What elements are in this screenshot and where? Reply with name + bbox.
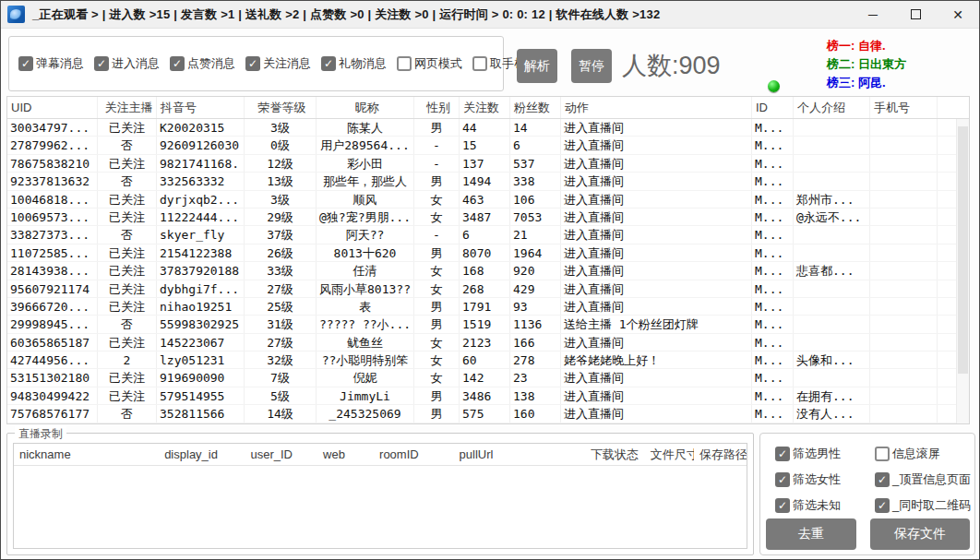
table-row[interactable]: 29998945...否5599830292531级????? ??小...男1… — [7, 316, 956, 333]
msg-checkbox-2[interactable]: ✓点赞消息 — [170, 55, 235, 72]
filter-checkbox-left-2[interactable]: ✓筛选未知 — [775, 496, 841, 515]
table-row[interactable]: 53151302180已关注9196900907级倪妮女14223进入直播间M.… — [7, 369, 956, 387]
filter-panel: ✓筛选男性✓筛选女性✓筛选未知 信息滚屏✓_顶置信息页面✓_同时取二维码 去重 … — [759, 433, 975, 555]
column-header-2[interactable]: 抖音号 — [157, 97, 245, 118]
unchecked-checkbox-icon — [875, 447, 890, 461]
msg-checkbox-0[interactable]: ✓弹幕消息 — [18, 55, 84, 72]
unchecked-checkbox-icon — [472, 56, 487, 71]
filter-checkbox-right-2[interactable]: ✓_同时取二维码 — [875, 496, 971, 515]
viewer-table-header: UID关注主播抖音号荣誉等级昵称性别关注数粉丝数动作ID个人介绍手机号 — [7, 97, 969, 119]
rank-item-2: 榜二: 日出東方 — [827, 55, 906, 74]
column-header-7[interactable]: 粉丝数 — [510, 97, 561, 118]
column-header-6[interactable]: 关注数 — [460, 97, 510, 118]
column-header-3[interactable]: 荣誉等级 — [245, 97, 317, 118]
checked-checkbox-icon: ✓ — [875, 472, 890, 487]
filter-column-right: 信息滚屏✓_顶置信息页面✓_同时取二维码 — [875, 445, 980, 522]
msg-checkbox-2-label: 点赞消息 — [187, 55, 235, 72]
checked-checkbox-icon: ✓ — [775, 472, 790, 487]
filter-checkbox-right-2-label: _同时取二维码 — [892, 497, 971, 514]
table-row[interactable]: 60365865187已关注14522306727级鱿鱼丝女2123166进入直… — [7, 334, 956, 351]
recording-column-3[interactable]: web — [317, 447, 374, 461]
recording-column-2[interactable]: user_ID — [245, 447, 317, 461]
table-row[interactable]: 78675838210已关注9821741168.12级彩小田-137537进入… — [7, 155, 956, 173]
column-header-8[interactable]: 动作 — [561, 97, 752, 118]
maximize-icon — [911, 9, 921, 19]
pause-button[interactable]: 暂停 — [571, 49, 612, 83]
filter-checkbox-left-1[interactable]: ✓筛选女性 — [775, 471, 841, 489]
recording-column-6[interactable]: 下载状态 — [585, 447, 645, 463]
filter-checkbox-right-0-label: 信息滚屏 — [892, 446, 940, 462]
window-controls: ─ ✕ — [852, 1, 979, 28]
checked-checkbox-icon: ✓ — [18, 56, 33, 71]
msg-checkbox-3[interactable]: ✓关注消息 — [245, 55, 311, 72]
maximize-button[interactable] — [894, 1, 937, 28]
filter-checkbox-left-0-label: 筛选男性 — [793, 446, 841, 462]
table-row[interactable]: 28143938...已关注3783792018833级任清女168920进入直… — [7, 262, 956, 280]
window-title: _正在观看 > | 进入数 >15 | 发言数 >1 | 送礼数 >2 | 点赞… — [32, 6, 660, 23]
column-header-9[interactable]: ID — [752, 97, 794, 118]
recording-column-5[interactable]: pullUrl — [454, 447, 585, 461]
column-header-4[interactable]: 昵称 — [317, 97, 414, 118]
column-header-0[interactable]: UID — [7, 97, 98, 118]
title-bar: _正在观看 > | 进入数 >15 | 发言数 >1 | 送礼数 >2 | 点赞… — [1, 1, 979, 29]
table-row[interactable]: 95607921174已关注dybhgi7f...27级风雨小草8013??女2… — [7, 280, 956, 298]
table-row[interactable]: 11072585...已关注215412238826级8013十620男8070… — [7, 244, 956, 262]
table-row[interactable]: 94830499422已关注5795149555级JimmyLi男3486138… — [7, 387, 956, 405]
checked-checkbox-icon: ✓ — [94, 56, 109, 71]
table-row[interactable]: 92337813632否33256333213级那些年，那些人男1494338进… — [7, 173, 956, 190]
checked-checkbox-icon: ✓ — [775, 447, 790, 461]
viewer-table: UID关注主播抖音号荣誉等级昵称性别关注数粉丝数动作ID个人介绍手机号 3003… — [6, 96, 970, 424]
filter-checkbox-right-1[interactable]: ✓_顶置信息页面 — [875, 471, 971, 489]
column-header-10[interactable]: 个人介绍 — [794, 97, 870, 118]
status-dot-icon — [768, 80, 780, 92]
save-file-button[interactable]: 保存文件 — [870, 518, 970, 550]
table-row[interactable]: 10069573...已关注11222444...29级@独?宠?男朋...女3… — [7, 209, 956, 226]
column-header-1[interactable]: 关注主播 — [98, 97, 157, 118]
recording-column-1[interactable]: display_id — [159, 447, 245, 461]
msg-checkbox-1-label: 进入消息 — [112, 55, 160, 72]
filter-checkbox-left-0[interactable]: ✓筛选男性 — [775, 445, 841, 463]
filter-checkbox-right-0[interactable]: 信息滚屏 — [875, 445, 971, 463]
scrollbar-thumb[interactable] — [958, 126, 968, 374]
checked-checkbox-icon: ✓ — [245, 56, 260, 71]
recording-list: nicknamedisplay_iduser_IDwebroomIDpullUr… — [13, 443, 747, 549]
dedupe-button[interactable]: 去重 — [766, 518, 856, 550]
recording-list-header: nicknamedisplay_iduser_IDwebroomIDpullUr… — [14, 444, 747, 466]
message-filter-groupbox: ✓弹幕消息✓进入消息✓点赞消息✓关注消息✓礼物消息网页模式取手机号 — [8, 36, 504, 91]
msg-checkbox-3-label: 关注消息 — [263, 55, 311, 72]
close-button[interactable]: ✕ — [937, 1, 979, 28]
app-window: _正在观看 > | 进入数 >15 | 发言数 >1 | 送礼数 >2 | 点赞… — [0, 0, 980, 560]
table-row[interactable]: 39666720...已关注nihao1925125级表男179193进入直播间… — [7, 298, 956, 316]
table-scrollbar[interactable] — [956, 119, 969, 423]
column-header-5[interactable]: 性别 — [414, 97, 460, 118]
filter-checkbox-left-1-label: 筛选女性 — [793, 471, 841, 488]
msg-checkbox-1[interactable]: ✓进入消息 — [94, 55, 160, 72]
table-row[interactable]: 30034797...已关注K200203153级陈某人男4414进入直播间M.… — [7, 119, 956, 137]
people-count: 人数:909 — [622, 49, 721, 82]
table-row[interactable]: 33827373...否skyer_fly37级阿天??-621进入直播间M..… — [7, 226, 956, 244]
msg-checkbox-5-label: 网页模式 — [414, 55, 462, 72]
recording-groupbox: 直播录制 nicknamedisplay_iduser_IDwebroomIDp… — [6, 433, 754, 555]
msg-checkbox-5[interactable]: 网页模式 — [397, 55, 462, 72]
recording-column-0[interactable]: nickname — [14, 447, 159, 461]
table-row[interactable]: 10046818...已关注dyrjxqb2...3级顺风女463106进入直播… — [7, 191, 956, 209]
minimize-button[interactable]: ─ — [852, 1, 894, 28]
msg-checkbox-4[interactable]: ✓礼物消息 — [321, 55, 387, 72]
checked-checkbox-icon: ✓ — [875, 498, 890, 513]
recording-column-7[interactable]: 文件尺寸 — [645, 447, 694, 463]
table-row[interactable]: 75768576177否35281156614级_245325069男57516… — [7, 405, 956, 423]
recording-column-4[interactable]: roomID — [374, 447, 453, 461]
recording-group-label: 直播录制 — [15, 426, 66, 442]
checked-checkbox-icon: ✓ — [170, 56, 185, 71]
column-header-11[interactable]: 手机号 — [870, 97, 938, 118]
checked-checkbox-icon: ✓ — [321, 56, 336, 71]
filter-checkbox-right-1-label: _顶置信息页面 — [892, 471, 971, 488]
msg-checkbox-0-label: 弹幕消息 — [36, 55, 84, 72]
viewer-table-body: 30034797...已关注K200203153级陈某人男4414进入直播间M.… — [7, 119, 956, 423]
table-row[interactable]: 42744956...2lzy05123132级??小聪明特别笨女60278姥爷… — [7, 351, 956, 369]
recording-column-8[interactable]: 保存路径 — [694, 447, 747, 463]
table-row[interactable]: 27879962...否926091260300级用户289564...-156… — [7, 137, 956, 154]
rank-item-1: 榜一: 自律. — [827, 37, 906, 55]
rank-list: 榜一: 自律.榜二: 日出東方榜三: 阿昆. — [827, 37, 906, 92]
parse-button[interactable]: 解析 — [517, 49, 557, 83]
